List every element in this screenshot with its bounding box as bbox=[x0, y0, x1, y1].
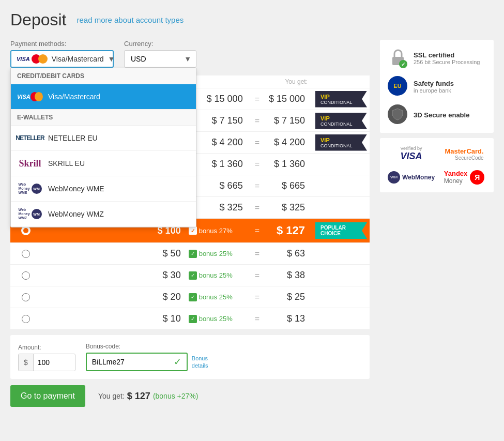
result-13: $ 13 bbox=[264, 313, 305, 324]
webmoney-logo-cert: WM WebMoney bbox=[388, 171, 435, 184]
safety-funds-title: Safety funds bbox=[414, 80, 454, 87]
account-types-link[interactable]: read more about account types bbox=[77, 16, 184, 24]
bonus-code-group: Bonus-code: ✓ Bonusdetails bbox=[86, 343, 208, 371]
selectors-row: Payment methods: VISA Visa/Mastercard ▼ … bbox=[10, 40, 370, 68]
ssl-item: ✓ SSL certified 256 bit Secure Processin… bbox=[388, 48, 486, 68]
bonus-code-label: Bonus-code: bbox=[86, 343, 208, 350]
3dsecure-icon bbox=[388, 104, 408, 125]
popular-choice-banner: POPULAR CHOICE bbox=[315, 222, 367, 239]
bottom-form: Amount: $ Bonus-code: ✓ bbox=[10, 335, 370, 379]
neteller-logo: NETELLER bbox=[17, 131, 43, 145]
dropdown-neteller-label: NETELLER EU bbox=[48, 134, 98, 142]
you-get-summary: You get: $ 127 (bonus +27%) bbox=[98, 391, 198, 402]
left-panel: Payment methods: VISA Visa/Mastercard ▼ … bbox=[10, 40, 370, 407]
bonus-pct-info: (bonus +27%) bbox=[153, 392, 198, 400]
result-1360: $ 1 360 bbox=[264, 159, 305, 170]
bonus-27-label: bonus 27% bbox=[199, 227, 233, 235]
vip-banner-4200: VIP CONDITIONAL bbox=[315, 134, 367, 151]
page-header: Deposit read more about account types bbox=[10, 10, 494, 29]
result-4200: $ 4 200 bbox=[264, 137, 305, 148]
currency-select-wrapper: USD EUR GBP ▼ bbox=[124, 50, 196, 68]
webmoney-wme-logo: WebMoneyWME WM bbox=[17, 181, 43, 196]
3dsecure-item: 3D Secure enable bbox=[388, 104, 486, 125]
currency-select[interactable]: USD EUR GBP bbox=[124, 50, 196, 68]
dropdown-item-webmoney-wme[interactable]: WebMoneyWME WM WebMoney WME bbox=[11, 176, 196, 202]
bonus-check-20-icon: ✓ bbox=[189, 293, 197, 301]
visa-text-icon: VISA bbox=[17, 56, 30, 62]
right-panel: ✓ SSL certified 256 bit Secure Processin… bbox=[380, 40, 494, 407]
dropdown-item-webmoney-wmz[interactable]: WebMoneyWMZ WM WebMoney WMZ bbox=[11, 202, 196, 227]
payment-method-select[interactable]: VISA Visa/Mastercard ▼ bbox=[10, 50, 114, 68]
visa-mc-logo: VISA bbox=[17, 89, 43, 104]
bonus-check-30-icon: ✓ bbox=[189, 271, 197, 280]
radio-30[interactable] bbox=[22, 271, 30, 280]
security-card: ✓ SSL certified 256 bit Secure Processin… bbox=[380, 40, 494, 133]
bonus-code-input[interactable] bbox=[92, 354, 170, 370]
ssl-title: SSL certified bbox=[414, 51, 454, 59]
amount-10: $ 10 bbox=[34, 313, 189, 324]
deposit-row-30[interactable]: $ 30 ✓ bonus 25% = $ 38 bbox=[10, 265, 370, 286]
result-25: $ 25 bbox=[264, 292, 305, 302]
currency-group: Currency: USD EUR GBP ▼ bbox=[124, 40, 196, 68]
result-325: $ 325 bbox=[264, 202, 305, 213]
amount-20: $ 20 bbox=[34, 292, 189, 302]
dropdown-item-skrill[interactable]: Skrill SKRILL EU bbox=[11, 151, 196, 176]
radio-20[interactable] bbox=[22, 293, 30, 301]
ewallets-section-label: E-WALLETS bbox=[11, 110, 196, 126]
mastercard-securecode-logo: MasterCard. SecureCode bbox=[445, 147, 483, 161]
you-get-header-label: You get: bbox=[285, 78, 308, 85]
dropdown-visa-mc-label: Visa/Mastercard bbox=[48, 93, 100, 101]
result-127: $ 127 bbox=[264, 224, 305, 237]
yandex-money-logo: Yandex Money Я bbox=[444, 170, 485, 185]
result-665: $ 665 bbox=[264, 180, 305, 191]
bonus-25-20-label: bonus 25% bbox=[199, 293, 233, 301]
result-15000: $ 15 000 bbox=[264, 94, 305, 104]
deposit-page: Deposit read more about account types Pa… bbox=[10, 10, 494, 407]
3dsecure-title: 3D Secure enable bbox=[414, 111, 469, 119]
main-content: Payment methods: VISA Visa/Mastercard ▼ … bbox=[10, 40, 494, 407]
amount-input-wrap: $ bbox=[18, 354, 75, 371]
svg-text:✓: ✓ bbox=[401, 62, 405, 67]
bottom-action-row: Go to payment You get: $ 127 (bonus +27%… bbox=[10, 385, 370, 407]
safety-funds-item: EU Safety funds in europe bank bbox=[388, 76, 486, 97]
safety-funds-subtitle: in europe bank bbox=[414, 87, 454, 94]
verified-visa-logo: Verified by VISA bbox=[401, 146, 422, 162]
bonus-25-30-label: bonus 25% bbox=[199, 271, 233, 279]
payment-method-group: Payment methods: VISA Visa/Mastercard ▼ … bbox=[10, 40, 114, 68]
radio-50[interactable] bbox=[22, 250, 30, 258]
skrill-logo: Skrill bbox=[17, 156, 43, 171]
ssl-subtitle: 256 bit Secure Processing bbox=[414, 59, 480, 65]
deposit-row-50[interactable]: $ 50 ✓ bonus 25% = $ 63 bbox=[10, 243, 370, 265]
payment-method-label: Payment methods: bbox=[10, 40, 114, 48]
result-38: $ 38 bbox=[264, 270, 305, 281]
amount-input[interactable] bbox=[34, 354, 75, 371]
webmoney-small-icon: WM bbox=[388, 171, 400, 184]
webmoney-wmz-logo: WebMoneyWMZ WM bbox=[17, 207, 43, 221]
radio-10[interactable] bbox=[22, 315, 30, 323]
amount-input-label: Amount: bbox=[18, 344, 75, 351]
dropdown-wmz-label: WebMoney WMZ bbox=[48, 210, 104, 218]
select-logo: VISA bbox=[17, 54, 48, 64]
deposit-row-20[interactable]: $ 20 ✓ bonus 25% = $ 25 bbox=[10, 286, 370, 308]
ssl-icon: ✓ bbox=[388, 48, 408, 68]
result-63: $ 63 bbox=[264, 248, 305, 259]
bonus-25-10-label: bonus 25% bbox=[199, 315, 233, 323]
yandex-icon: Я bbox=[470, 170, 484, 185]
bonus-check-10-icon: ✓ bbox=[189, 315, 197, 323]
deposit-row-10[interactable]: $ 10 ✓ bonus 25% = $ 13 bbox=[10, 308, 370, 330]
dropdown-item-visa-mc[interactable]: VISA Visa/Mastercard bbox=[11, 84, 196, 110]
dollar-prefix: $ bbox=[19, 354, 34, 371]
bottom-form-row: Amount: $ Bonus-code: ✓ bbox=[18, 343, 362, 371]
cert-logos: Verified by VISA MasterCard. SecureCode … bbox=[380, 138, 494, 192]
page-title: Deposit bbox=[10, 10, 67, 29]
amount-30: $ 30 bbox=[34, 270, 189, 281]
bonus-details-link[interactable]: Bonusdetails bbox=[192, 355, 208, 370]
you-get-summary-label: You get: bbox=[98, 392, 125, 400]
result-7150: $ 7 150 bbox=[264, 115, 305, 126]
bonus-check-50-icon: ✓ bbox=[189, 250, 197, 258]
dropdown-item-neteller[interactable]: NETELLER NETELLER EU bbox=[11, 126, 196, 151]
dropdown-skrill-label: SKRILL EU bbox=[48, 159, 85, 168]
currency-label: Currency: bbox=[124, 40, 196, 48]
chevron-down-icon: ▼ bbox=[108, 55, 115, 63]
go-to-payment-button[interactable]: Go to payment bbox=[10, 385, 85, 407]
